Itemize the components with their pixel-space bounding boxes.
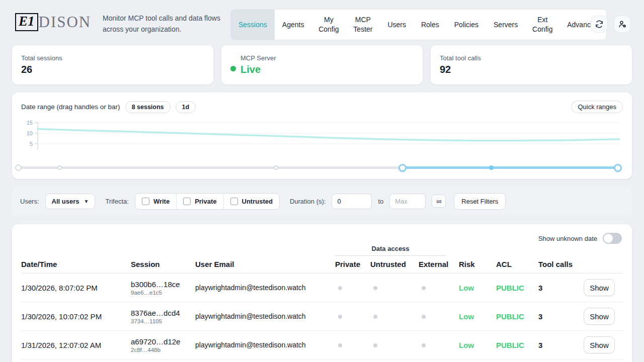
slider-mark-3: [489, 165, 494, 170]
slider-left-endcap-handle[interactable]: [15, 164, 22, 171]
show-unknown-date-toggle[interactable]: [603, 233, 622, 244]
tab-mcp-tester[interactable]: MCP Tester: [346, 10, 380, 40]
row-tool-calls: 3: [538, 341, 584, 349]
svg-text:15: 15: [27, 120, 33, 126]
row-session: b300b6…18ce 9ae6…e1c5: [131, 280, 195, 296]
mcp-server-card: MCP Server Live: [221, 45, 423, 84]
tab-agents[interactable]: Agents: [275, 10, 312, 40]
row-datetime: 1/30/2026, 8:07:02 PM: [21, 284, 131, 292]
slider-selected-range[interactable]: [403, 166, 618, 169]
slider-mark-1: [57, 165, 62, 170]
col-untrusted: Untrusted: [370, 256, 419, 268]
sessions-count-badge: 8 sessions: [125, 101, 171, 113]
duration-to-label: to: [378, 198, 383, 205]
mcp-server-status: Live: [240, 64, 276, 75]
col-acl: ACL: [496, 256, 538, 268]
row-risk: Low: [459, 312, 496, 321]
tab-my-config[interactable]: My Config: [311, 10, 346, 40]
show-button[interactable]: Show: [584, 279, 615, 296]
date-range-chart: 15105: [18, 119, 620, 155]
date-range-card: Date range (drag handles or bar) 8 sessi…: [12, 93, 632, 179]
tab-servers[interactable]: Servers: [486, 10, 525, 40]
session-sub-id: 2c8f…448b: [131, 347, 195, 353]
trifecta-label: Trifecta:: [105, 198, 128, 205]
write-checkbox-label: Write: [153, 198, 170, 205]
duration-max-input[interactable]: [389, 194, 426, 209]
external-indicator-dot: [422, 315, 426, 319]
session-id: 8376ae…dcd4: [131, 309, 195, 317]
refresh-icon: [595, 20, 604, 29]
private-indicator-dot: [338, 286, 342, 290]
tab-sessions[interactable]: Sessions: [231, 10, 275, 40]
infinity-button[interactable]: ∞: [432, 195, 446, 208]
total-sessions-value: 26: [21, 64, 62, 75]
reset-filters-button[interactable]: Reset Filters: [454, 193, 506, 210]
range-duration-badge: 1d: [176, 101, 196, 113]
col-datetime: Date/Time: [21, 256, 131, 268]
total-tool-calls-value: 92: [440, 64, 481, 75]
slider-start-handle[interactable]: [398, 164, 407, 172]
trifecta-checkbox-group: Write Private Untrusted: [135, 193, 280, 210]
app-tagline: Monitor MCP tool calls and data flows ac…: [103, 13, 224, 35]
write-checkbox-item[interactable]: Write: [135, 194, 176, 209]
user-settings-button[interactable]: [614, 16, 631, 33]
row-tool-calls: 3: [538, 284, 584, 292]
untrusted-indicator-dot: [373, 286, 377, 290]
row-session: 8376ae…dcd4 3734…1105: [131, 309, 195, 324]
untrusted-checkbox-item[interactable]: Untrusted: [223, 194, 279, 209]
svg-text:10: 10: [27, 130, 33, 136]
total-sessions-label: Total sessions: [21, 54, 62, 62]
toggle-knob: [604, 234, 613, 243]
total-tool-calls-card: Total tool calls 92: [431, 45, 632, 84]
table-row: 1/30/2026, 8:07:02 PM b300b6…18ce 9ae6…e…: [21, 274, 623, 302]
col-tool-calls: Tool calls: [538, 256, 584, 268]
row-acl: PUBLIC: [496, 312, 538, 321]
tab-roles[interactable]: Roles: [414, 10, 447, 40]
table-row: 1/30/2026, 10:07:02 PM 8376ae…dcd4 3734……: [21, 302, 623, 331]
row-tool-calls: 3: [538, 312, 584, 321]
slider-mark-2: [274, 165, 278, 170]
table-header: Date/Time Session User Email Data access…: [21, 244, 623, 274]
row-acl: PUBLIC: [496, 284, 538, 292]
users-filter-label: Users:: [20, 198, 39, 205]
date-range-title: Date range (drag handles or bar): [21, 103, 120, 111]
private-indicator-dot: [338, 315, 342, 319]
write-checkbox[interactable]: [142, 198, 149, 205]
slider-end-handle[interactable]: [614, 164, 622, 172]
user-settings-icon: [618, 20, 627, 29]
tab-policies[interactable]: Policies: [447, 10, 486, 40]
tab-users[interactable]: Users: [380, 10, 414, 40]
duration-min-input[interactable]: [332, 194, 372, 209]
header: E1DISON Monitor MCP tool calls and data …: [0, 0, 644, 42]
svg-text:5: 5: [30, 141, 33, 147]
edison-logo: E1DISON: [15, 13, 91, 31]
slider-track[interactable]: [18, 166, 618, 169]
refresh-button[interactable]: [591, 16, 608, 33]
row-email: playwrightadmin@testedison.watch: [195, 284, 335, 292]
col-user-email: User Email: [195, 256, 335, 268]
col-private: Private: [335, 256, 370, 268]
show-button[interactable]: Show: [584, 336, 615, 353]
main-nav: Sessions Agents My Config MCP Tester Use…: [230, 9, 607, 40]
row-datetime: 1/31/2026, 12:07:02 AM: [21, 341, 131, 349]
private-checkbox-item[interactable]: Private: [176, 194, 223, 209]
row-email: playwrightadmin@testedison.watch: [195, 312, 335, 320]
session-id: a69720…d12e: [131, 337, 195, 346]
tab-ext-config[interactable]: Ext Config: [525, 10, 559, 40]
row-session: a69720…d12e 2c8f…448b: [131, 337, 195, 353]
chevron-down-icon: ▼: [84, 199, 89, 204]
users-select[interactable]: All users ▼: [45, 194, 96, 209]
duration-label: Duration (s):: [290, 198, 326, 205]
logo-e1-box: E1: [15, 13, 38, 31]
untrusted-indicator-dot: [373, 315, 377, 319]
quick-ranges-button[interactable]: Quick ranges: [571, 101, 623, 113]
filters-bar: Users: All users ▼ Trifecta: Write Priva…: [12, 187, 632, 215]
col-session: Session: [131, 256, 195, 268]
untrusted-checkbox[interactable]: [230, 198, 238, 205]
show-unknown-date-label: Show unknown date: [538, 235, 597, 242]
untrusted-checkbox-label: Untrusted: [242, 198, 273, 205]
col-external: External: [419, 256, 459, 268]
private-checkbox[interactable]: [183, 198, 191, 205]
total-sessions-card: Total sessions 26: [12, 45, 213, 84]
show-button[interactable]: Show: [584, 308, 615, 325]
